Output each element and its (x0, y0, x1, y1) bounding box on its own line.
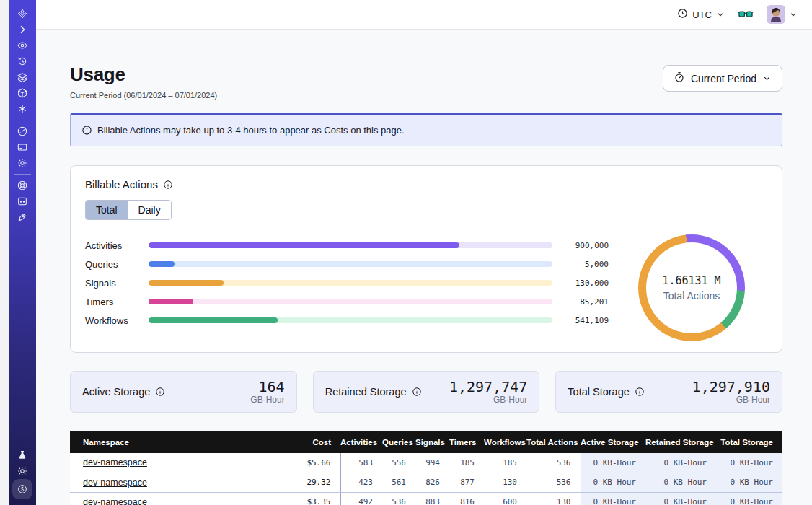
namespace-link[interactable]: dev-namespace (83, 497, 147, 505)
usage-bar-row: Timers 85,201 (85, 292, 616, 311)
info-icon[interactable] (412, 387, 422, 397)
info-icon[interactable] (635, 387, 645, 397)
bar-track (149, 317, 552, 323)
namespace-usage-table: Namespace Cost Activities Queries Signal… (70, 431, 782, 505)
column-header: Retained Storage (645, 431, 716, 453)
total-actions-value: 1.66131 M (662, 274, 720, 287)
retained-storage-cell: 0 KB-Hour (645, 453, 716, 473)
period-selector-button[interactable]: Current Period (663, 65, 782, 92)
column-header: Workflows (484, 431, 526, 453)
topbar: UTC (36, 0, 812, 30)
temporal-logo[interactable] (14, 6, 31, 22)
window-edge (0, 0, 9, 505)
namespace-link[interactable]: dev-namespace (83, 478, 147, 488)
card-icon[interactable] (14, 139, 31, 155)
stopwatch-icon (674, 71, 685, 85)
chevron-right-icon[interactable] (14, 22, 31, 38)
page-subtitle: Current Period (06/01/2024 – 07/01/2024) (70, 91, 217, 100)
coin-icon[interactable] (12, 479, 32, 499)
activities-cell: 423 (340, 473, 382, 492)
storage-card-value: 1,297,910 (692, 378, 770, 395)
tab-total[interactable]: Total (86, 201, 128, 219)
asterisk-icon[interactable] (14, 101, 31, 117)
workflows-cell: 185 (484, 453, 526, 473)
lifebuoy-icon[interactable] (14, 177, 31, 193)
billable-actions-title: Billable Actions (85, 178, 158, 190)
storage-card-unit: GB-Hour (250, 395, 284, 405)
cost-cell: $3.35 (283, 492, 340, 505)
gauge-icon[interactable] (14, 123, 31, 139)
history-icon[interactable] (14, 53, 31, 69)
bar-fill (149, 242, 459, 248)
total-storage-cell: 0 KB-Hour (716, 492, 782, 505)
layers-icon[interactable] (14, 69, 31, 85)
chevron-down-icon (762, 74, 772, 83)
column-header: Timers (449, 431, 484, 453)
timezone-selector[interactable]: UTC (677, 8, 725, 21)
tab-daily[interactable]: Daily (128, 201, 171, 219)
namespace-link[interactable]: dev-namespace (83, 457, 147, 467)
total-actions-cell: 130 (526, 492, 581, 505)
sidebar-divider (14, 120, 31, 120)
storage-card-label: Retained Storage (325, 386, 407, 398)
usage-bar-row: Activities 900,000 (85, 236, 616, 255)
bar-track (149, 299, 552, 304)
user-menu[interactable] (767, 5, 798, 24)
bar-value: 130,000 (552, 278, 616, 288)
flask-icon[interactable] (14, 447, 31, 463)
queries-cell: 536 (382, 492, 415, 505)
table-row: dev-namespace $5.66 583 556 994 185 185 … (70, 453, 782, 473)
cube-icon[interactable] (14, 85, 31, 101)
chevron-down-icon (789, 10, 798, 19)
avatar (767, 5, 785, 24)
activities-cell: 492 (340, 492, 382, 505)
storage-card-unit: GB-Hour (449, 395, 527, 405)
billable-actions-bar-chart: Activities 900,000 Queries 5,000 Signals… (85, 234, 616, 341)
column-header: Total Actions (526, 431, 581, 453)
active-storage-cell: 0 KB-Hour (581, 453, 645, 473)
bar-fill (149, 261, 175, 267)
glasses-icon[interactable] (738, 9, 754, 20)
table-row: dev-namespace $3.35 492 536 883 816 600 … (70, 492, 782, 505)
banner-text: Billable Actions may take up to 3-4 hour… (97, 125, 405, 136)
bar-value: 900,000 (552, 241, 616, 250)
column-header: Queries (382, 431, 415, 453)
bar-fill (149, 280, 224, 286)
main-content: Usage Current Period (06/01/2024 – 07/01… (36, 30, 812, 505)
retained-storage-cell: 0 KB-Hour (645, 492, 716, 505)
info-icon[interactable] (163, 180, 173, 190)
signals-cell: 883 (415, 492, 449, 505)
sun-icon[interactable] (14, 463, 31, 479)
rocket-icon[interactable] (14, 209, 31, 225)
eye-icon[interactable] (14, 38, 31, 53)
info-icon[interactable] (155, 387, 165, 397)
total-storage-card: Total Storage 1,297,910GB-Hour (555, 371, 782, 413)
gear-icon[interactable] (14, 155, 31, 171)
queries-cell: 561 (382, 473, 415, 492)
timers-cell: 816 (449, 492, 484, 505)
bar-label: Signals (85, 278, 149, 289)
panel-icon[interactable] (14, 193, 31, 209)
column-header: Namespace (70, 431, 283, 453)
retained-storage-cell: 0 KB-Hour (645, 473, 716, 492)
signals-cell: 994 (415, 453, 449, 473)
storage-card-unit: GB-Hour (692, 395, 770, 405)
column-header: Activities (340, 431, 382, 453)
storage-card-value: 164 (259, 378, 285, 395)
timers-cell: 185 (449, 453, 484, 473)
bar-value: 5,000 (552, 260, 616, 269)
timers-cell: 877 (449, 473, 484, 492)
sidebar-divider (14, 174, 31, 175)
usage-bar-row: Signals 130,000 (85, 273, 616, 292)
bar-track (149, 242, 552, 248)
column-header: Total Storage (716, 431, 782, 453)
storage-card-label: Total Storage (568, 386, 629, 398)
active-storage-cell: 0 KB-Hour (581, 492, 645, 505)
bar-value: 85,201 (552, 297, 616, 307)
queries-cell: 556 (382, 453, 415, 473)
bar-value: 541,109 (552, 316, 616, 325)
total-actions-cell: 536 (526, 453, 581, 473)
total-actions-cell: 536 (526, 473, 581, 492)
column-header: Signals (415, 431, 449, 453)
total-daily-toggle: Total Daily (85, 200, 172, 220)
